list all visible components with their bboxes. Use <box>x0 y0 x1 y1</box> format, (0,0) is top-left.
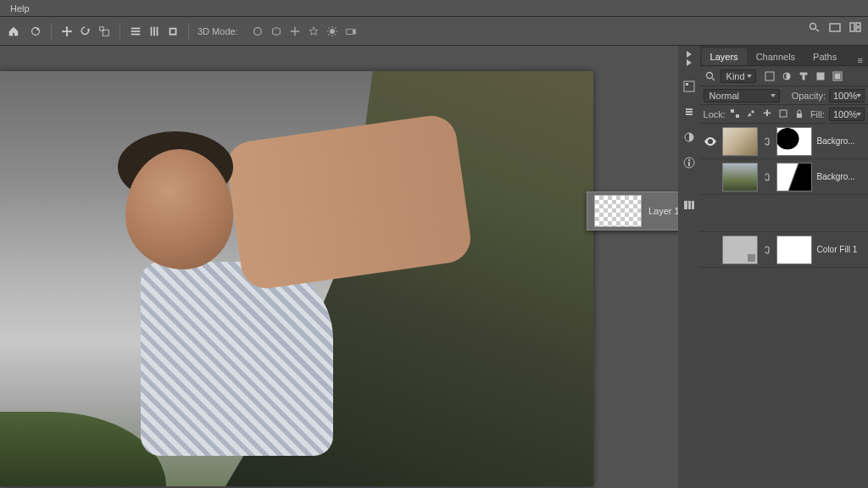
visibility-eye-icon[interactable] <box>704 135 717 148</box>
opacity-value[interactable]: 100% <box>829 89 865 103</box>
lock-brush-icon[interactable] <box>746 108 758 120</box>
panel-tabs: Layers Channels Paths ≡ <box>700 46 868 66</box>
svg-rect-17 <box>856 28 860 31</box>
svg-rect-16 <box>856 23 860 26</box>
layer-thumbnail[interactable] <box>722 163 758 191</box>
layer-name[interactable]: Backgro... <box>817 172 855 181</box>
document-canvas[interactable] <box>0 71 593 486</box>
layer-thumbnail[interactable] <box>722 127 758 156</box>
svg-rect-14 <box>830 24 840 31</box>
link-icon[interactable] <box>763 171 771 183</box>
menu-help[interactable]: Help <box>10 3 30 14</box>
layer-drag-preview[interactable]: Layer 1 <box>587 191 678 230</box>
align3-icon[interactable] <box>166 25 180 38</box>
align-group <box>129 25 180 38</box>
mode-label: 3D Mode: <box>198 26 238 36</box>
filter-kind-dropdown[interactable]: Kind <box>721 69 756 83</box>
svg-rect-7 <box>151 26 153 36</box>
lock-transparency-icon[interactable] <box>730 108 742 120</box>
home-icon[interactable] <box>7 25 20 38</box>
opacity-label: Opacity: <box>792 91 826 101</box>
svg-rect-28 <box>765 72 774 80</box>
right-rail: Layers Channels Paths ≡ Kind Norma <box>678 46 868 488</box>
adjustments-panel-icon[interactable] <box>681 129 698 146</box>
drag-thumbnail <box>594 195 642 227</box>
svg-rect-33 <box>731 109 734 113</box>
svg-rect-32 <box>835 74 840 79</box>
fill-label: Fill: <box>810 109 825 119</box>
panels: Layers Channels Paths ≡ Kind Norma <box>700 46 868 488</box>
person-layer <box>71 121 457 474</box>
libraries-panel-icon[interactable] <box>681 197 698 214</box>
search-icon[interactable] <box>809 22 822 34</box>
info-panel-icon[interactable] <box>681 154 698 171</box>
filter-type-icon[interactable] <box>797 69 810 83</box>
svg-point-1 <box>36 28 39 30</box>
mode-cube-icon[interactable] <box>269 25 284 38</box>
layer-row[interactable]: Color Fill 1 <box>700 232 868 268</box>
link-icon[interactable] <box>763 136 771 147</box>
mask-thumbnail[interactable] <box>776 127 812 156</box>
svg-rect-18 <box>684 81 694 92</box>
workspace-icon[interactable] <box>849 22 863 34</box>
collapse-icon[interactable] <box>687 51 692 66</box>
lock-row: Lock: Fill: 100% <box>700 105 868 124</box>
fill-value[interactable]: 100% <box>829 108 865 121</box>
mask-thumbnail[interactable] <box>776 163 812 191</box>
align1-icon[interactable] <box>129 25 142 38</box>
shirt-shape <box>141 262 334 456</box>
layer-name[interactable]: Color Fill 1 <box>817 245 858 254</box>
fill-thumbnail[interactable] <box>722 236 758 264</box>
mode-buttons <box>250 25 359 38</box>
tab-paths[interactable]: Paths <box>804 48 845 65</box>
tab-layers[interactable]: Layers <box>702 48 747 65</box>
tab-channels[interactable]: Channels <box>748 48 804 65</box>
mode-cross-icon[interactable] <box>287 25 303 38</box>
svg-rect-36 <box>797 114 802 118</box>
lock-position-icon[interactable] <box>762 108 774 120</box>
panel-menu-icon[interactable]: ≡ <box>853 55 868 65</box>
layer-row[interactable]: Backgro... <box>700 159 868 195</box>
transform-group <box>60 25 111 38</box>
svg-rect-23 <box>688 159 690 161</box>
search-icon[interactable] <box>704 69 717 83</box>
layer-row[interactable]: Backgro... <box>700 124 868 159</box>
orbit-icon[interactable] <box>29 25 42 38</box>
dock-icons <box>678 46 700 488</box>
share-icon[interactable] <box>829 22 843 34</box>
mode-light-icon[interactable] <box>325 25 340 38</box>
mode-star-icon[interactable] <box>306 25 321 38</box>
canvas-area[interactable]: Layer 1 <box>0 46 678 488</box>
filter-pixel-icon[interactable] <box>763 69 776 83</box>
drag-label: Layer 1 <box>648 206 678 216</box>
mode-sphere-icon[interactable] <box>250 25 265 38</box>
scale-icon[interactable] <box>97 25 111 38</box>
svg-rect-35 <box>780 110 787 117</box>
layer-name[interactable]: Backgro... <box>817 136 855 146</box>
blend-row: Normal Opacity: 100% <box>700 86 868 105</box>
lock-all-icon[interactable] <box>794 108 806 120</box>
mode-camera-icon[interactable] <box>343 25 359 38</box>
svg-rect-26 <box>692 201 694 209</box>
divider <box>120 23 120 40</box>
svg-rect-22 <box>688 162 690 166</box>
lock-label: Lock: <box>704 109 726 119</box>
history-panel-icon[interactable] <box>681 78 698 95</box>
lock-artboard-icon[interactable] <box>778 108 790 120</box>
align2-icon[interactable] <box>147 25 161 38</box>
layer-list: Backgro... Backgro... Color Fill 1 <box>700 124 868 268</box>
svg-rect-6 <box>131 33 141 35</box>
layer-gap <box>700 195 868 232</box>
filter-type-icons <box>763 69 844 83</box>
mask-thumbnail[interactable] <box>776 236 812 264</box>
filter-shape-icon[interactable] <box>814 69 827 83</box>
filter-smart-icon[interactable] <box>831 69 844 83</box>
blend-mode-dropdown[interactable]: Normal <box>704 89 780 103</box>
svg-point-10 <box>253 27 261 35</box>
svg-rect-24 <box>684 201 687 209</box>
link-icon[interactable] <box>763 244 771 256</box>
rotate-icon[interactable] <box>79 25 92 38</box>
properties-panel-icon[interactable] <box>681 103 698 120</box>
filter-adjust-icon[interactable] <box>780 69 793 83</box>
move-icon[interactable] <box>60 25 74 38</box>
